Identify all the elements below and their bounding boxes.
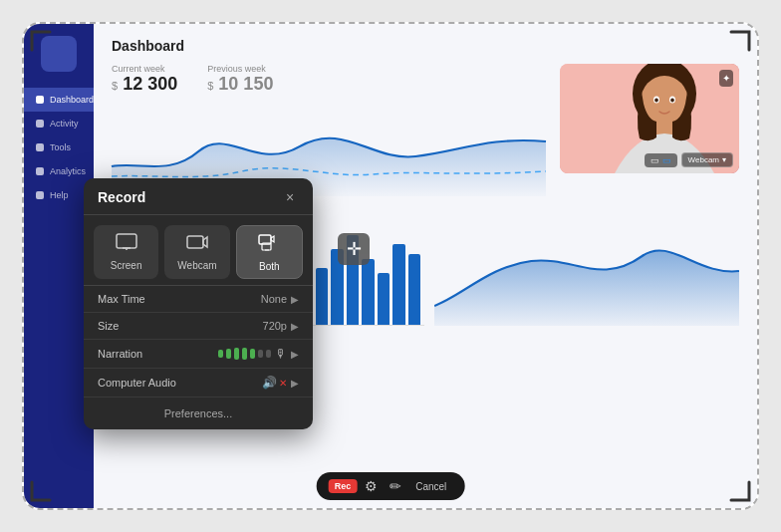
corner-bl [30,480,52,502]
record-type-both[interactable]: Both [236,225,303,279]
modal-close-button[interactable]: × [281,188,299,206]
size-arrow[interactable]: ▶ [291,321,299,332]
corner-br [729,480,751,502]
sidebar-item-activity[interactable]: Activity [24,112,94,135]
svg-rect-8 [117,234,136,248]
narration-level [218,348,271,360]
chart-top-area: Current week $ 12 300 Previous week $ 10… [112,64,739,196]
bar [362,259,374,325]
speaker-icon: 🔊 [262,376,277,390]
audio-arrow[interactable]: ▶ [291,378,299,389]
sidebar-item-tools[interactable]: Tools [24,135,94,159]
stats-and-line-chart: Current week $ 12 300 Previous week $ 10… [112,64,546,196]
previous-week-value: 10 150 [218,74,273,94]
webcam-toolbar: ▭ ▭ Webcam ▾ [566,152,733,167]
corner-tl [30,30,52,52]
svg-point-6 [654,99,658,103]
sidebar-item-analytics[interactable]: Analytics [24,159,94,183]
stats-row: Current week $ 12 300 Previous week $ 10… [112,64,546,95]
record-type-webcam[interactable]: Webcam [164,225,229,279]
stat-current-week: Current week $ 12 300 [112,64,177,95]
corner-tr [729,30,751,52]
bar [378,273,390,325]
rec-badge: Rec [329,479,358,493]
bar [392,244,404,325]
preferences-button[interactable]: Preferences... [84,398,313,429]
page-title: Dashboard [112,38,739,54]
webcam-dropdown-btn[interactable]: Webcam ▾ [681,152,733,167]
record-modal: Record × Screen Webcam [84,178,313,429]
max-time-arrow[interactable]: ▶ [291,294,299,305]
settings-icon-btn[interactable]: ⚙ [361,476,382,496]
record-type-screen[interactable]: Screen [94,225,158,279]
settings-row-narration: Narration 🎙 ▶ [84,340,313,369]
settings-row-size: Size 720p ▶ [84,313,313,340]
edit-icon-btn[interactable]: ✏ [386,476,405,496]
bottom-toolbar: Rec ⚙ ✏ Cancel [317,472,465,500]
settings-row-computer-audio: Computer Audio 🔊 ✕ ▶ [84,369,313,398]
move-cursor-icon: ✛ [338,233,370,265]
webcam-preview: ✦ ▭ ▭ Webcam ▾ [560,64,739,173]
microphone-icon[interactable]: 🎙 [275,347,287,361]
modal-header: Record × [84,178,313,215]
stat-previous-week: Previous week $ 10 150 [207,64,273,95]
cancel-button[interactable]: Cancel [409,479,452,494]
outer-frame: Dashboard Activity Tools Analytics Help … [22,22,759,510]
area-chart [434,206,739,326]
bar [316,268,328,325]
bar [408,254,420,325]
magic-button[interactable]: ✦ [719,70,733,87]
audio-status: 🔊 ✕ [262,376,287,390]
settings-list: Max Time None ▶ Size 720p ▶ Narration [84,285,313,398]
svg-rect-3 [656,122,672,135]
mute-icon: ✕ [279,378,287,389]
modal-title: Record [98,189,145,205]
sidebar-item-dashboard[interactable]: Dashboard [24,88,94,112]
current-week-value: 12 300 [123,74,177,94]
narration-arrow[interactable]: ▶ [291,349,299,360]
settings-row-max-time: Max Time None ▶ [84,286,313,313]
svg-point-7 [670,99,674,103]
svg-rect-11 [187,236,203,248]
record-types: Screen Webcam Both [84,215,313,285]
